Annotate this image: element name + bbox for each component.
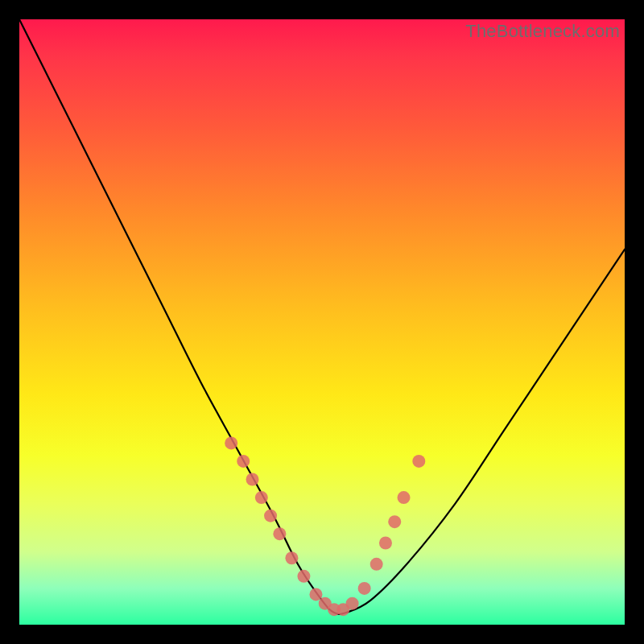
highlight-point [225,436,237,449]
curve-layer [19,19,625,625]
highlight-point [370,558,383,571]
highlight-point [264,510,277,522]
highlight-point [285,551,298,564]
highlight-point [388,515,401,528]
highlight-point [398,491,411,504]
highlight-point [255,491,268,504]
highlight-point [246,473,259,486]
highlight-point [297,570,310,583]
highlight-point [273,527,286,540]
highlight-point [309,588,322,601]
bottleneck-curve [19,19,625,614]
highlight-point [379,536,392,549]
highlight-point [237,455,250,468]
highlight-points [225,436,425,616]
highlight-point [412,455,425,468]
plot-area: TheBottleneck.com [19,19,625,625]
highlight-point [358,582,371,595]
chart-stage: TheBottleneck.com [0,0,644,644]
highlight-point [346,597,359,610]
